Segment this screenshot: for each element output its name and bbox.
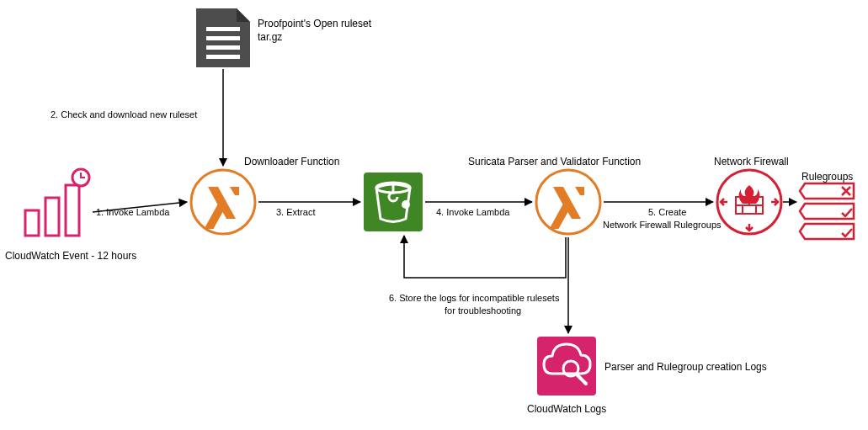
s3-bucket-icon <box>364 173 423 231</box>
parser-label: Suricata Parser and Validator Function <box>468 156 641 167</box>
svg-rect-0 <box>25 210 39 236</box>
edge-1-label: 1. Invoke Lambda <box>96 207 170 217</box>
cloudwatch-logs-label: CloudWatch Logs <box>527 403 606 415</box>
svg-rect-1 <box>45 198 59 236</box>
cloudwatch-event-icon <box>25 169 89 236</box>
svg-rect-4 <box>206 27 240 31</box>
downloader-lambda-icon <box>191 170 255 234</box>
edge-store-logs <box>404 236 566 278</box>
cloudwatch-logs-side-label: Parser and Rulegroup creation Logs <box>604 361 767 373</box>
cloudwatch-event-label: CloudWatch Event - 12 hours <box>5 250 136 262</box>
svg-point-11 <box>402 200 410 209</box>
edge-3-label: 3. Extract <box>276 207 315 217</box>
rulegroups-icon <box>800 183 854 239</box>
svg-rect-7 <box>206 55 240 59</box>
firewall-label: Network Firewall <box>714 156 789 167</box>
svg-rect-6 <box>206 45 240 50</box>
downloader-label: Downloader Function <box>244 156 339 167</box>
edge-2-label: 2. Check and download new ruleset <box>51 109 197 119</box>
edge-5-label-2: Network Firewall Rulegroups <box>603 220 722 230</box>
edge-6-label-2: for troubleshooting <box>445 305 521 316</box>
ruleset-file-label-2: tar.gz <box>258 31 282 43</box>
ruleset-file-label-1: Proofpoint's Open ruleset <box>258 18 372 29</box>
rulegroups-label: Rulegroups <box>801 171 853 183</box>
architecture-diagram: CloudWatch Event - 12 hours Proofpoint's… <box>0 0 868 430</box>
parser-lambda-icon <box>536 170 600 234</box>
ruleset-file-icon <box>196 8 250 67</box>
svg-rect-2 <box>66 185 79 236</box>
svg-rect-5 <box>206 36 240 40</box>
network-firewall-icon <box>717 170 781 234</box>
edge-5-label-1: 5. Create <box>648 207 686 217</box>
edge-4-label: 4. Invoke Lambda <box>436 207 510 217</box>
edge-6-label-1: 6. Store the logs for incompatible rules… <box>389 293 560 303</box>
cloudwatch-logs-icon <box>537 337 596 395</box>
